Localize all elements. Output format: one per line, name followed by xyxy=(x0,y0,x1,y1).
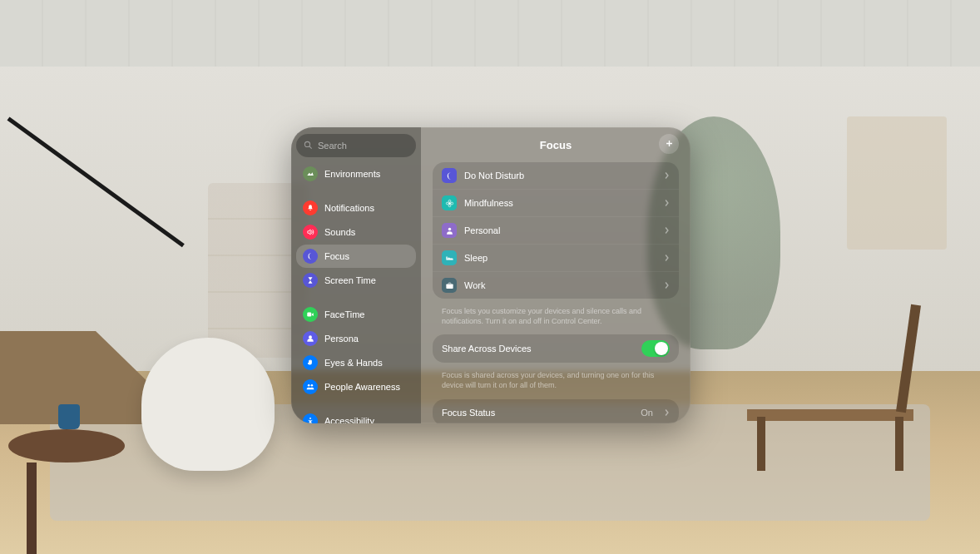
sidebar-item-label: FaceTime xyxy=(324,309,365,319)
accessibility-icon xyxy=(303,413,318,423)
speaker-icon xyxy=(303,225,318,240)
status-group: Focus Status On xyxy=(433,399,679,423)
plus-icon xyxy=(665,136,674,151)
persona-icon xyxy=(303,331,318,346)
row-label: Work xyxy=(464,280,656,290)
svg-point-6 xyxy=(309,418,311,419)
sidebar-item-label: Persona xyxy=(324,334,359,344)
sidebar-item-label: Environments xyxy=(324,169,380,179)
facetime-icon xyxy=(303,307,318,322)
row-value: On xyxy=(641,408,653,418)
sidebar-item-label: Screen Time xyxy=(324,275,376,285)
sidebar-item-accessibility[interactable]: Accessibility xyxy=(296,409,416,423)
bell-icon xyxy=(303,200,318,215)
share-group: Share Across Devices xyxy=(433,334,679,363)
chevron-right-icon xyxy=(664,278,670,293)
sidebar-item-environments[interactable]: Environments xyxy=(296,162,416,185)
main-panel: Focus Do Not Disturb Mindfulness Persona… xyxy=(421,127,690,423)
page-title: Focus xyxy=(540,139,572,151)
chevron-right-icon xyxy=(664,405,670,420)
row-label: Do Not Disturb xyxy=(464,171,656,181)
people-icon xyxy=(303,379,318,394)
sidebar-item-sounds[interactable]: Sounds xyxy=(296,220,416,244)
moon-icon xyxy=(303,249,318,264)
focus-mode-mindfulness[interactable]: Mindfulness xyxy=(433,190,679,217)
svg-point-12 xyxy=(446,202,448,205)
focus-mode-sleep[interactable]: Sleep xyxy=(433,245,679,272)
sidebar-item-eyes-hands[interactable]: Eyes & Hands xyxy=(296,351,416,374)
mindfulness-icon xyxy=(442,195,457,210)
sidebar-item-screen-time[interactable]: Screen Time xyxy=(296,269,416,292)
moon-icon xyxy=(442,168,457,183)
hand-icon xyxy=(303,355,318,370)
sidebar-item-label: Notifications xyxy=(324,203,374,213)
svg-point-10 xyxy=(448,200,451,202)
chevron-right-icon xyxy=(664,223,670,238)
row-label: Focus Status xyxy=(442,408,633,418)
search-field[interactable] xyxy=(296,134,416,157)
share-caption: Focus is shared across your devices, and… xyxy=(433,368,679,398)
svg-rect-15 xyxy=(446,284,453,289)
share-toggle[interactable] xyxy=(641,340,670,357)
svg-point-13 xyxy=(450,202,453,205)
svg-point-9 xyxy=(448,202,451,205)
add-focus-button[interactable] xyxy=(659,134,679,154)
sidebar-item-label: Focus xyxy=(324,251,349,261)
svg-point-5 xyxy=(311,384,314,387)
sidebar-item-label: People Awareness xyxy=(324,382,400,392)
focus-status-row[interactable]: Focus Status On xyxy=(433,399,679,423)
focus-modes-group: Do Not Disturb Mindfulness Personal Slee… xyxy=(433,162,679,299)
svg-line-1 xyxy=(309,146,312,149)
search-input[interactable] xyxy=(318,141,408,151)
row-label: Mindfulness xyxy=(464,198,656,208)
row-label: Sleep xyxy=(464,253,656,263)
chevron-right-icon xyxy=(664,168,670,183)
hourglass-icon xyxy=(303,273,318,288)
sidebar-item-notifications[interactable]: Notifications xyxy=(296,196,416,220)
sidebar-item-persona[interactable]: Persona xyxy=(296,327,416,350)
bed-icon xyxy=(442,250,457,265)
svg-point-11 xyxy=(448,204,451,206)
person-icon xyxy=(442,223,457,238)
svg-point-14 xyxy=(448,227,450,230)
svg-point-0 xyxy=(304,141,309,146)
row-label: Share Across Devices xyxy=(442,344,634,354)
search-icon xyxy=(304,138,313,153)
chevron-right-icon xyxy=(664,195,670,210)
environments-icon xyxy=(303,166,318,181)
sidebar-item-facetime[interactable]: FaceTime xyxy=(296,303,416,326)
briefcase-icon xyxy=(442,278,457,293)
svg-point-4 xyxy=(308,384,310,387)
focus-modes-caption: Focus lets you customize your devices an… xyxy=(433,304,679,334)
row-label: Personal xyxy=(464,225,656,235)
settings-window: Environments Notifications Sounds Focus … xyxy=(291,127,690,423)
sidebar-item-focus[interactable]: Focus xyxy=(296,245,416,268)
sidebar-item-label: Sounds xyxy=(324,227,355,237)
focus-mode-work[interactable]: Work xyxy=(433,272,679,299)
header: Focus xyxy=(433,134,679,156)
sidebar: Environments Notifications Sounds Focus … xyxy=(291,127,421,423)
focus-mode-dnd[interactable]: Do Not Disturb xyxy=(433,162,679,190)
sidebar-item-people-awareness[interactable]: People Awareness xyxy=(296,375,416,398)
focus-mode-personal[interactable]: Personal xyxy=(433,217,679,245)
sidebar-item-label: Accessibility xyxy=(324,416,374,423)
sidebar-item-label: Eyes & Hands xyxy=(324,358,383,368)
chevron-right-icon xyxy=(664,250,670,265)
svg-point-3 xyxy=(309,335,312,339)
svg-rect-2 xyxy=(307,313,311,317)
share-across-devices-row[interactable]: Share Across Devices xyxy=(433,334,679,363)
